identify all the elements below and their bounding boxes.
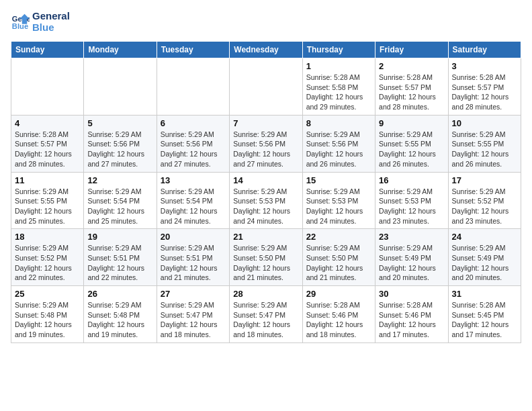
day-cell-3: 3Sunrise: 5:28 AMSunset: 5:57 PMDaylight…	[448, 58, 521, 116]
weekday-header-thursday: Thursday	[302, 42, 375, 58]
logo-general: General	[32, 11, 70, 22]
day-number: 11	[15, 175, 80, 185]
day-cell-1: 1Sunrise: 5:28 AMSunset: 5:58 PMDaylight…	[302, 58, 375, 116]
day-number: 30	[379, 289, 444, 299]
day-cell-29: 29Sunrise: 5:28 AMSunset: 5:46 PMDayligh…	[302, 286, 375, 343]
day-cell-24: 24Sunrise: 5:29 AMSunset: 5:49 PMDayligh…	[448, 229, 521, 286]
day-cell-30: 30Sunrise: 5:28 AMSunset: 5:46 PMDayligh…	[375, 286, 448, 343]
day-cell-13: 13Sunrise: 5:29 AMSunset: 5:54 PMDayligh…	[157, 172, 229, 229]
day-cell-21: 21Sunrise: 5:29 AMSunset: 5:50 PMDayligh…	[230, 229, 302, 286]
day-number: 8	[306, 118, 371, 128]
day-number: 28	[233, 289, 298, 299]
day-info: Sunrise: 5:29 AMSunset: 5:50 PMDaylight:…	[233, 243, 298, 283]
day-number: 20	[161, 232, 226, 242]
day-number: 18	[15, 232, 80, 242]
day-info: Sunrise: 5:29 AMSunset: 5:48 PMDaylight:…	[15, 300, 80, 340]
day-info: Sunrise: 5:29 AMSunset: 5:52 PMDaylight:…	[452, 187, 517, 226]
logo-blue: Blue	[32, 22, 70, 34]
day-number: 12	[87, 175, 152, 185]
weekday-header-sunday: Sunday	[11, 42, 84, 58]
day-info: Sunrise: 5:28 AMSunset: 5:45 PMDaylight:…	[452, 300, 517, 340]
week-row-2: 4Sunrise: 5:28 AMSunset: 5:57 PMDaylight…	[11, 115, 521, 172]
day-info: Sunrise: 5:28 AMSunset: 5:58 PMDaylight:…	[306, 73, 371, 112]
day-cell-7: 7Sunrise: 5:29 AMSunset: 5:56 PMDaylight…	[230, 115, 302, 172]
day-info: Sunrise: 5:29 AMSunset: 5:56 PMDaylight:…	[87, 130, 152, 169]
day-cell-23: 23Sunrise: 5:29 AMSunset: 5:49 PMDayligh…	[375, 229, 448, 286]
day-info: Sunrise: 5:29 AMSunset: 5:49 PMDaylight:…	[452, 243, 517, 283]
day-info: Sunrise: 5:29 AMSunset: 5:50 PMDaylight:…	[306, 243, 371, 283]
day-number: 23	[379, 232, 444, 242]
day-info: Sunrise: 5:29 AMSunset: 5:53 PMDaylight:…	[306, 187, 371, 226]
weekday-header-tuesday: Tuesday	[157, 42, 229, 58]
week-row-1: 1Sunrise: 5:28 AMSunset: 5:58 PMDaylight…	[11, 58, 521, 116]
day-info: Sunrise: 5:29 AMSunset: 5:53 PMDaylight:…	[233, 187, 298, 226]
day-info: Sunrise: 5:29 AMSunset: 5:49 PMDaylight:…	[379, 243, 444, 283]
day-info: Sunrise: 5:29 AMSunset: 5:56 PMDaylight:…	[233, 130, 298, 169]
day-info: Sunrise: 5:29 AMSunset: 5:55 PMDaylight:…	[452, 130, 517, 169]
day-number: 22	[306, 232, 371, 242]
day-info: Sunrise: 5:29 AMSunset: 5:51 PMDaylight:…	[87, 243, 152, 283]
week-row-5: 25Sunrise: 5:29 AMSunset: 5:48 PMDayligh…	[11, 286, 521, 343]
day-info: Sunrise: 5:29 AMSunset: 5:53 PMDaylight:…	[379, 187, 444, 226]
page-header: General Blue General Blue	[11, 11, 521, 36]
day-info: Sunrise: 5:29 AMSunset: 5:55 PMDaylight:…	[379, 130, 444, 169]
weekday-header-monday: Monday	[84, 42, 157, 58]
day-cell-26: 26Sunrise: 5:29 AMSunset: 5:48 PMDayligh…	[84, 286, 157, 343]
day-cell-22: 22Sunrise: 5:29 AMSunset: 5:50 PMDayligh…	[302, 229, 375, 286]
day-number: 14	[233, 175, 298, 185]
day-info: Sunrise: 5:29 AMSunset: 5:51 PMDaylight:…	[161, 243, 226, 283]
day-number: 31	[452, 289, 517, 299]
day-number: 3	[452, 61, 517, 71]
day-cell-27: 27Sunrise: 5:29 AMSunset: 5:47 PMDayligh…	[157, 286, 229, 343]
day-number: 10	[452, 118, 517, 128]
day-cell-6: 6Sunrise: 5:29 AMSunset: 5:56 PMDaylight…	[157, 115, 229, 172]
day-number: 19	[87, 232, 152, 242]
day-number: 1	[306, 61, 371, 71]
day-info: Sunrise: 5:29 AMSunset: 5:54 PMDaylight:…	[87, 187, 152, 226]
empty-cell	[157, 58, 229, 116]
day-number: 2	[379, 61, 444, 71]
weekday-header-wednesday: Wednesday	[230, 42, 302, 58]
day-number: 16	[379, 175, 444, 185]
day-cell-11: 11Sunrise: 5:29 AMSunset: 5:55 PMDayligh…	[11, 172, 84, 229]
weekday-header-friday: Friday	[375, 42, 448, 58]
day-number: 13	[161, 175, 226, 185]
logo-icon: General Blue	[11, 13, 30, 32]
weekday-header-row: SundayMondayTuesdayWednesdayThursdayFrid…	[11, 42, 521, 58]
day-cell-8: 8Sunrise: 5:29 AMSunset: 5:56 PMDaylight…	[302, 115, 375, 172]
day-info: Sunrise: 5:29 AMSunset: 5:52 PMDaylight:…	[15, 243, 80, 283]
day-cell-4: 4Sunrise: 5:28 AMSunset: 5:57 PMDaylight…	[11, 115, 84, 172]
empty-cell	[84, 58, 157, 116]
day-number: 29	[306, 289, 371, 299]
day-info: Sunrise: 5:28 AMSunset: 5:57 PMDaylight:…	[379, 73, 444, 112]
day-info: Sunrise: 5:29 AMSunset: 5:55 PMDaylight:…	[15, 187, 80, 226]
day-number: 5	[87, 118, 152, 128]
day-number: 4	[15, 118, 80, 128]
day-number: 15	[306, 175, 371, 185]
day-cell-17: 17Sunrise: 5:29 AMSunset: 5:52 PMDayligh…	[448, 172, 521, 229]
day-cell-15: 15Sunrise: 5:29 AMSunset: 5:53 PMDayligh…	[302, 172, 375, 229]
empty-cell	[11, 58, 84, 116]
day-info: Sunrise: 5:28 AMSunset: 5:46 PMDaylight:…	[379, 300, 444, 340]
day-info: Sunrise: 5:29 AMSunset: 5:47 PMDaylight:…	[161, 300, 226, 340]
day-info: Sunrise: 5:28 AMSunset: 5:57 PMDaylight:…	[452, 73, 517, 112]
day-number: 21	[233, 232, 298, 242]
day-info: Sunrise: 5:29 AMSunset: 5:56 PMDaylight:…	[161, 130, 226, 169]
weekday-header-saturday: Saturday	[448, 42, 521, 58]
empty-cell	[230, 58, 302, 116]
day-number: 27	[161, 289, 226, 299]
day-number: 17	[452, 175, 517, 185]
day-info: Sunrise: 5:29 AMSunset: 5:47 PMDaylight:…	[233, 300, 298, 340]
week-row-4: 18Sunrise: 5:29 AMSunset: 5:52 PMDayligh…	[11, 229, 521, 286]
day-number: 26	[87, 289, 152, 299]
day-info: Sunrise: 5:29 AMSunset: 5:48 PMDaylight:…	[87, 300, 152, 340]
day-cell-2: 2Sunrise: 5:28 AMSunset: 5:57 PMDaylight…	[375, 58, 448, 116]
week-row-3: 11Sunrise: 5:29 AMSunset: 5:55 PMDayligh…	[11, 172, 521, 229]
day-cell-9: 9Sunrise: 5:29 AMSunset: 5:55 PMDaylight…	[375, 115, 448, 172]
day-cell-16: 16Sunrise: 5:29 AMSunset: 5:53 PMDayligh…	[375, 172, 448, 229]
day-number: 25	[15, 289, 80, 299]
day-cell-28: 28Sunrise: 5:29 AMSunset: 5:47 PMDayligh…	[230, 286, 302, 343]
day-number: 9	[379, 118, 444, 128]
day-number: 6	[161, 118, 226, 128]
day-info: Sunrise: 5:29 AMSunset: 5:54 PMDaylight:…	[161, 187, 226, 226]
